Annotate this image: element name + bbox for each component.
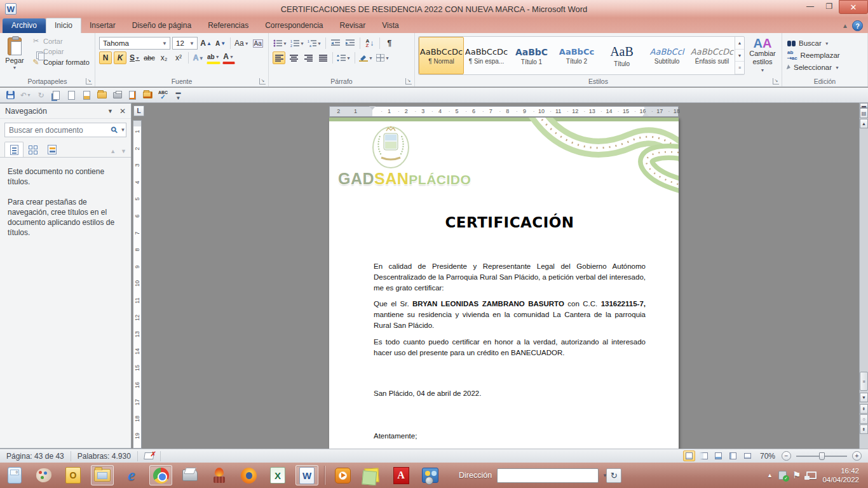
text-effects-button[interactable]: A▼	[192, 51, 205, 64]
paste-button[interactable]: Pegar ▼	[1, 34, 28, 76]
outline-view-button[interactable]	[727, 451, 739, 461]
cut-button[interactable]: ✂Cortar	[29, 36, 92, 46]
styles-scroll-up[interactable]: ▲	[735, 37, 744, 50]
next-heading-icon[interactable]: ▼	[121, 148, 126, 154]
document-title[interactable]: CERTIFICACIÓN	[374, 214, 646, 231]
restore-button[interactable]: ❐	[820, 0, 839, 13]
address-input[interactable]	[498, 471, 602, 480]
multilevel-list-button[interactable]: 1a▼	[307, 37, 322, 50]
underline-button[interactable]: S▼	[128, 51, 141, 64]
taskbar-firefox-icon[interactable]	[237, 465, 260, 485]
next-page-button[interactable]: ⇟	[860, 424, 868, 434]
styles-scroll-down[interactable]: ▼	[735, 50, 744, 62]
taskbar-explorer-icon[interactable]	[91, 465, 114, 485]
styles-more-button[interactable]: ≡	[735, 62, 744, 74]
increase-indent-button[interactable]	[344, 37, 356, 50]
horizontal-ruler[interactable]: 211·2·3·4·5·6·7·8·9·10·11·12·13·14·15·16…	[329, 106, 679, 117]
zoom-level[interactable]: 70%	[756, 452, 779, 461]
print-button[interactable]	[112, 90, 123, 100]
new-document-button[interactable]	[66, 90, 77, 100]
show-hidden-icons[interactable]: ▲	[767, 472, 773, 478]
help-icon[interactable]: ?	[852, 20, 863, 31]
style-sin-espaciado[interactable]: AaBbCcDc¶ Sin espa...	[464, 37, 509, 74]
collapse-ribbon-icon[interactable]: ▲	[842, 22, 848, 29]
change-case-button[interactable]: Aa▼	[234, 37, 250, 50]
clear-formatting-button[interactable]: Aa	[252, 37, 264, 50]
clipboard-dialog-launcher[interactable]: ↘	[86, 78, 92, 85]
draft-view-button[interactable]	[742, 451, 754, 461]
split-handle[interactable]: ▬	[860, 103, 868, 108]
navigation-close-icon[interactable]: ✕	[119, 107, 126, 116]
taskbar-control-panel-icon[interactable]	[419, 465, 442, 485]
zoom-slider[interactable]	[796, 456, 847, 457]
tab-referencias[interactable]: Referencias	[200, 18, 257, 33]
taskbar-calculator-icon[interactable]	[3, 465, 26, 485]
document-page[interactable]: GADSANPLÁCIDO CERTIFICACIÓN En calidad d…	[329, 118, 679, 449]
find-button[interactable]: Buscar▼	[787, 39, 840, 47]
tab-stop-selector[interactable]: L	[133, 105, 144, 116]
page-indicator[interactable]: Página: 43 de 43	[0, 449, 71, 463]
taskbar-outlook-icon[interactable]: O	[62, 465, 85, 485]
taskbar-internet-explorer-icon[interactable]: e	[120, 465, 143, 485]
print-preview-button[interactable]	[51, 90, 62, 100]
copy-button[interactable]: Copiar	[29, 47, 92, 56]
network-tray-icon[interactable]	[806, 471, 817, 479]
paragraph-dialog-launcher[interactable]: ↘	[405, 78, 412, 85]
scrollbar-thumb[interactable]: ≡	[860, 372, 868, 391]
vertical-ruler[interactable]: 12345678910111213141516171819	[133, 120, 142, 449]
action-center-flag-icon[interactable]: ⚑	[792, 470, 801, 481]
undo-button[interactable]: ↶▼	[20, 90, 31, 100]
navigation-options-icon[interactable]: ▼	[107, 108, 113, 114]
taskbar-scanner-icon[interactable]	[179, 465, 201, 485]
align-right-button[interactable]	[302, 51, 315, 64]
save-button[interactable]	[5, 90, 16, 100]
taskbar-sticky-notes-icon[interactable]	[360, 465, 383, 485]
previous-heading-icon[interactable]: ▲	[110, 148, 116, 154]
qat-more-button[interactable]: ▬▼	[173, 90, 184, 100]
select-browse-object-button[interactable]: ○	[860, 414, 868, 424]
zoom-out-button[interactable]: −	[782, 451, 791, 461]
styles-dialog-launcher[interactable]: ↘	[773, 78, 779, 85]
align-left-button[interactable]	[273, 51, 285, 64]
borders-button[interactable]: ▼	[376, 51, 390, 64]
minimize-button[interactable]: —	[801, 0, 820, 13]
favorites-button[interactable]	[142, 90, 153, 100]
taskbar-excel-icon[interactable]: X	[266, 465, 289, 485]
style-titulo-2[interactable]: AaBbCcTítulo 2	[554, 37, 599, 74]
sort-button[interactable]: AZ↓	[363, 37, 376, 50]
taskbar-media-player-icon[interactable]	[331, 465, 354, 485]
font-dialog-launcher[interactable]: ↘	[259, 78, 266, 85]
shrink-font-button[interactable]: A▼	[214, 37, 227, 50]
closing-salutation[interactable]: Atentamente;	[374, 431, 646, 442]
tab-insertar[interactable]: Insertar	[81, 18, 124, 33]
line-spacing-button[interactable]: ▼	[336, 51, 351, 64]
paragraph-certify[interactable]: Que el Sr. BRYAN LEONIDAS ZAMBRANO BASUR…	[374, 299, 646, 331]
numbering-button[interactable]: 12▼	[290, 37, 305, 50]
scroll-down-icon[interactable]: ▼	[860, 393, 868, 402]
decrease-indent-button[interactable]	[329, 37, 342, 50]
font-family-combo[interactable]: Tahoma▼	[99, 37, 170, 50]
zoom-slider-thumb[interactable]	[819, 452, 825, 460]
previous-page-button[interactable]: ⇞	[860, 404, 868, 414]
browse-headings-tab[interactable]	[4, 142, 24, 157]
italic-button[interactable]: K	[114, 51, 126, 64]
taskbar-clock[interactable]: 16:42 04/04/2022	[822, 466, 862, 484]
style-normal[interactable]: AaBbCcDc¶ Normal	[419, 37, 464, 74]
replace-button[interactable]: ab⇢acReemplazar	[787, 50, 840, 61]
paragraph-intro[interactable]: En calidad de Presidente y Representante…	[374, 261, 646, 294]
attachment-button[interactable]	[81, 90, 92, 100]
strikethrough-button[interactable]: abc	[143, 51, 156, 64]
taskbar-paint-icon[interactable]	[32, 465, 55, 485]
align-center-button[interactable]	[287, 51, 300, 64]
bullets-button[interactable]: ▼	[273, 37, 288, 50]
style-enfasis-sutil[interactable]: AaBbCcDcÉnfasis sutil	[689, 37, 735, 74]
tab-revisar[interactable]: Revisar	[332, 18, 374, 33]
zoom-in-button[interactable]: +	[852, 451, 862, 461]
style-subtitulo[interactable]: AaBbCclSubtítulo	[644, 37, 689, 74]
taskbar-chrome-icon[interactable]	[149, 465, 172, 485]
taskbar-autocad-icon[interactable]: A	[390, 465, 412, 485]
first-line-indent-marker[interactable]	[369, 106, 376, 113]
tab-inicio[interactable]: Inicio	[46, 18, 81, 33]
tab-archivo[interactable]: Archivo	[3, 18, 46, 33]
paragraph-closing-statement[interactable]: Es todo cuanto puedo certificar en honor…	[374, 337, 646, 358]
